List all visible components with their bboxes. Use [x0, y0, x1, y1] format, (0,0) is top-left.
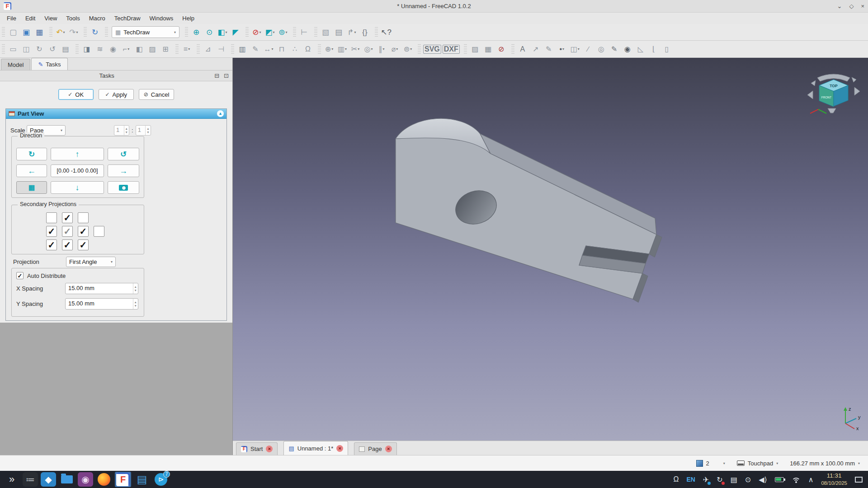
new-file-button[interactable]: ▢: [7, 26, 19, 39]
clip-group-button[interactable]: ⊞: [159, 42, 172, 56]
extension-tools-button[interactable]: ⊣: [215, 42, 227, 56]
menu-edit[interactable]: Edit: [21, 14, 39, 23]
image-view-button[interactable]: ▨: [146, 42, 159, 56]
spinner-arrows-icon[interactable]: ▲▼: [145, 126, 150, 135]
dim-centerline-button[interactable]: ⊕▾: [323, 42, 335, 56]
axonometric-view-button[interactable]: ▦: [16, 181, 47, 194]
save-file-button[interactable]: ▦: [33, 26, 46, 39]
software-store-button[interactable]: ◆: [41, 472, 56, 487]
redraw-page-button[interactable]: ↻: [33, 42, 46, 56]
spinner-arrows-icon[interactable]: ▲▼: [133, 299, 138, 309]
navigation-cube[interactable]: TOP FRONT: [805, 70, 863, 117]
toolbar-grip[interactable]: [2, 44, 5, 54]
secondary-projection-checkbox-1-1[interactable]: ✓: [62, 226, 73, 237]
screenshot-tool-button[interactable]: ◉: [78, 472, 93, 487]
page-dimensions-indicator[interactable]: 166.27 mm x 100.00 mm ▾: [790, 460, 860, 467]
group-folder-button[interactable]: ▤: [332, 26, 345, 39]
tab-tasks[interactable]: ✎ Tasks: [31, 58, 67, 70]
draw-style-button[interactable]: ◧▾: [216, 26, 229, 39]
extension-align-button[interactable]: ⊿: [202, 42, 214, 56]
file-manager-button[interactable]: [59, 472, 75, 487]
rich-annotation-button[interactable]: ✎: [542, 42, 555, 56]
toolbar-grip[interactable]: [511, 44, 514, 54]
menu-windows[interactable]: Windows: [146, 14, 178, 23]
dim-parallel-button[interactable]: ∥▾: [375, 42, 388, 56]
toolbar-grip[interactable]: [49, 27, 52, 37]
new-default-page-button[interactable]: ◫: [20, 42, 33, 56]
detail-view-button[interactable]: ◧: [133, 42, 146, 56]
menu-file[interactable]: File: [3, 14, 20, 23]
toolbar-grip[interactable]: [375, 27, 378, 37]
view-right-button[interactable]: →: [108, 164, 139, 177]
extension-panel-button[interactable]: ▥: [236, 42, 249, 56]
app-launcher-button[interactable]: »: [4, 472, 20, 487]
collapse-section-icon[interactable]: ▲: [217, 110, 224, 117]
scale-numerator-spinbox[interactable]: 1 ▲▼: [114, 125, 129, 136]
tab-model[interactable]: Model: [1, 59, 30, 70]
wifi-icon[interactable]: [792, 477, 801, 483]
export-svg-button[interactable]: SVG: [423, 42, 442, 56]
zoom-selection-button[interactable]: ⊙: [203, 26, 216, 39]
box-selection-button[interactable]: ◩▾: [264, 26, 276, 39]
secondary-projection-checkbox-0-2[interactable]: [78, 212, 89, 223]
open-file-button[interactable]: ▣: [20, 26, 33, 39]
settings-app-button[interactable]: ≔: [23, 472, 38, 487]
cancel-button[interactable]: ⊘ Cancel: [139, 89, 175, 100]
redo-button[interactable]: ↷▾: [67, 26, 80, 39]
document-tab-start[interactable]: FStart×: [236, 442, 278, 455]
whats-this-button[interactable]: ↖?: [380, 26, 392, 39]
toolbar-grip[interactable]: [314, 27, 317, 37]
toolbar-grip[interactable]: [418, 44, 421, 54]
select-view-button[interactable]: ◤: [229, 26, 242, 39]
document-tab-unnamed[interactable]: ▤Unnamed : 1*×: [283, 441, 348, 455]
tray-expand-icon[interactable]: ∧: [808, 475, 814, 484]
zoom-fit-all-button[interactable]: ⊕: [190, 26, 203, 39]
stamp-button[interactable]: ▯: [660, 42, 673, 56]
secondary-projection-checkbox-1-0[interactable]: ✓: [46, 226, 57, 237]
close-button[interactable]: ×: [861, 3, 864, 9]
toolbar-grip[interactable]: [293, 27, 296, 37]
lock-position-button[interactable]: ⊓: [275, 42, 288, 56]
weld-info-button[interactable]: ⌊: [647, 42, 660, 56]
menu-help[interactable]: Help: [178, 14, 198, 23]
undo-button[interactable]: ↶▾: [54, 26, 67, 39]
toolbar-grip[interactable]: [318, 44, 321, 54]
dim-diameter-button[interactable]: ⌀▾: [388, 42, 401, 56]
notifications-icon[interactable]: Ω: [673, 475, 679, 483]
secondary-projection-checkbox-2-2[interactable]: ✓: [78, 239, 89, 250]
toolbar-grip[interactable]: [197, 44, 200, 54]
menu-techdraw[interactable]: TechDraw: [110, 14, 145, 23]
close-tab-icon[interactable]: ×: [266, 446, 273, 452]
spinner-arrows-icon[interactable]: ▲▼: [124, 126, 129, 135]
secondary-projection-checkbox-2-1[interactable]: ✓: [62, 239, 73, 250]
visibility-button[interactable]: ◉: [621, 42, 634, 56]
toolbar-grip[interactable]: [185, 27, 188, 37]
customize-format-button[interactable]: Ω: [302, 42, 314, 56]
battery-icon[interactable]: [775, 477, 784, 482]
y-spacing-input[interactable]: 15.00 mm ▲▼: [65, 298, 138, 310]
ok-button[interactable]: ✓ OK: [58, 89, 94, 100]
stop-operation-button[interactable]: ⊘▾: [250, 26, 263, 39]
view-down-button[interactable]: ↓: [51, 181, 104, 194]
camera-direction-button[interactable]: [108, 181, 139, 194]
view-up-button[interactable]: ↑: [51, 148, 104, 160]
secondary-projection-checkbox-0-0[interactable]: [46, 212, 57, 223]
refresh-button[interactable]: ↻: [89, 26, 101, 39]
telegram-button[interactable]: ⊳7: [153, 472, 169, 487]
toolbar-grip[interactable]: [2, 27, 5, 37]
toolbar-grip[interactable]: [105, 27, 108, 37]
print-page-button[interactable]: ▤: [59, 42, 72, 56]
minimize-button[interactable]: ⌄: [837, 3, 842, 9]
face-center-button[interactable]: ◫▾: [569, 42, 581, 56]
toolbar-grip[interactable]: [175, 44, 179, 54]
rotate-view-right-button[interactable]: ↻: [16, 148, 47, 160]
dim-radius-button[interactable]: ◎▾: [362, 42, 375, 56]
update-indicator-icon[interactable]: ↻: [717, 475, 722, 484]
position-chain-button[interactable]: ∴: [288, 42, 301, 56]
part-shape-button[interactable]: ▧: [319, 26, 332, 39]
documents-app-button[interactable]: ▤: [134, 472, 150, 487]
toolbar-grip[interactable]: [84, 27, 87, 37]
expression-button[interactable]: {}: [359, 26, 371, 39]
toolbar-grip[interactable]: [464, 44, 467, 54]
export-dxf-button[interactable]: DXF: [442, 42, 460, 56]
